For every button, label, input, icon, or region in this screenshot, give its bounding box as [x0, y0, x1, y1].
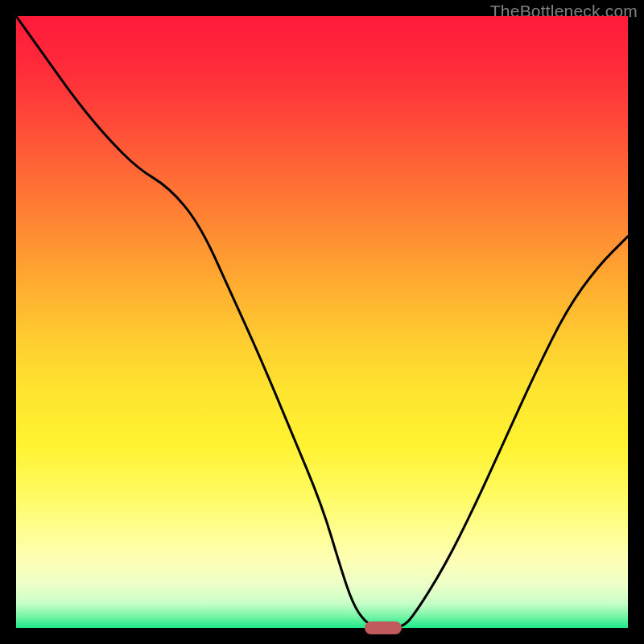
bottleneck-curve — [16, 16, 628, 628]
optimal-marker — [365, 621, 402, 634]
curve-path — [16, 16, 628, 628]
chart-container: TheBottleneck.com — [0, 0, 644, 644]
plot-area — [16, 16, 628, 628]
